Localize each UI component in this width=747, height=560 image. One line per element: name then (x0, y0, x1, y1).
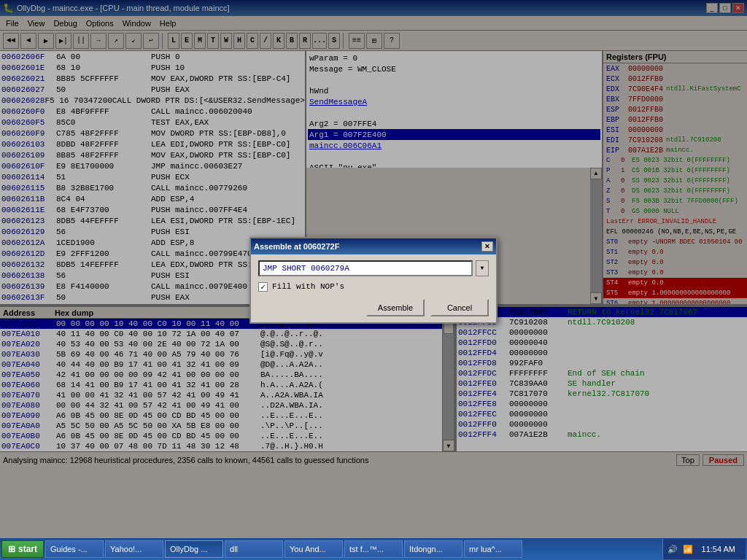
start-label: start (18, 544, 37, 554)
taskbar-button[interactable]: Yahoo!... (105, 540, 163, 558)
taskbar-button[interactable]: You And... (285, 540, 343, 558)
taskbar-buttons: Guides -...Yahoo!...OllyDbg ...dllYou An… (45, 540, 661, 558)
system-tray: 🔊 📶 11:54 AM (662, 539, 746, 559)
start-icon: ⊞ (8, 544, 15, 554)
taskbar-button[interactable]: OllyDbg ... (165, 540, 223, 558)
dialog-checkbox-row: ✓ Fill with NOP's (258, 282, 489, 292)
assemble-dialog: Assemble at 0060272F ✕ ▼ ✓ Fill with NOP… (249, 237, 498, 324)
system-time: 11:54 AM (696, 545, 741, 553)
taskbar-button[interactable]: tst f...™... (344, 540, 403, 558)
dialog-body: ▼ ✓ Fill with NOP's Assemble Cancel (251, 254, 496, 322)
modal-overlay: Assemble at 0060272F ✕ ▼ ✓ Fill with NOP… (0, 0, 747, 560)
fill-nop-label: Fill with NOP's (272, 282, 344, 291)
taskbar-button[interactable]: dll (225, 540, 283, 558)
start-button[interactable]: ⊞ start (1, 540, 44, 558)
dialog-input-row: ▼ (258, 260, 489, 276)
fill-nop-checkbox[interactable]: ✓ (258, 282, 268, 292)
taskbar-button[interactable]: Itdongn... (404, 540, 462, 558)
cancel-button[interactable]: Cancel (430, 299, 489, 316)
assemble-input[interactable] (258, 260, 473, 276)
dialog-buttons: Assemble Cancel (258, 299, 489, 316)
dialog-title-text: Assemble at 0060272F (254, 242, 339, 251)
assemble-dropdown[interactable]: ▼ (476, 260, 489, 276)
taskbar-button[interactable]: Guides -... (45, 540, 104, 558)
tray-icons: 🔊 📶 (667, 545, 693, 554)
assemble-button[interactable]: Assemble (366, 299, 425, 316)
dialog-close-button[interactable]: ✕ (481, 241, 493, 252)
taskbar-button[interactable]: mr lua^... (464, 540, 522, 558)
taskbar: ⊞ start Guides -...Yahoo!...OllyDbg ...d… (0, 538, 747, 560)
dialog-titlebar: Assemble at 0060272F ✕ (251, 238, 496, 254)
